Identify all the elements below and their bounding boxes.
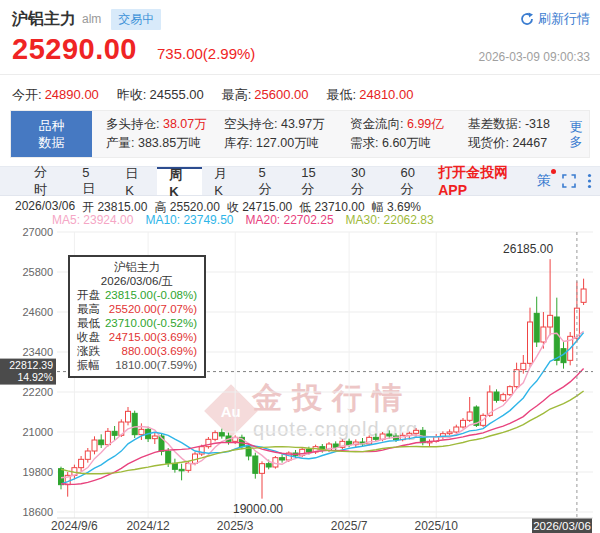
candle-body [494,392,499,400]
x-axis-label: 2024/9/6 [51,519,98,533]
quote-field-label: 最低: [327,87,357,102]
candle-body [99,440,104,445]
refresh-label: 刷新行情 [538,10,590,28]
x-axis-label: 2024/12 [126,519,170,533]
ma-legend-item: MA30: 22062.83 [346,213,434,227]
candle-body [92,440,97,451]
tab-week-k[interactable]: 周K [157,167,202,195]
quote-field: 昨收:24555.00 [117,86,204,104]
crosshair-date-label: 2026/03/06 [533,520,591,532]
candle-body [253,456,258,473]
candle-body [528,322,533,363]
candle-tooltip: 沪铝主力 2026/03/06/五 开盘23815.00(-0.08%)最高25… [68,255,206,378]
more-label-char: 多 [570,134,583,149]
tab-30min[interactable]: 30分 [339,167,389,195]
candle-body [132,413,137,434]
candle-body [541,327,546,342]
fullscreen-button[interactable] [562,174,576,188]
price-row: 25290.00 735.00(2.99%) 2026-03-09 09:00:… [12,33,590,66]
candle-body [521,363,526,369]
candle-body [387,434,392,436]
stat-value: 127.00万吨 [256,136,319,150]
candle-body [59,469,64,485]
variety-data-panel: 品种 数据 多头持仓: 38.07万空头持仓: 43.97万资金流向: 6.99… [10,110,590,158]
candle-body [414,430,419,433]
quote-field-value: 25600.00 [254,87,308,102]
tooltip-date: 2026/03/06/五 [77,274,197,288]
candle-body [85,451,90,459]
tab-5day[interactable]: 5日 [70,167,113,195]
candle-body [260,464,265,474]
tooltip-row-label: 开盘 [77,288,100,302]
stat-item: 基差数据: -318 [468,116,563,133]
stat-label: 产量: [106,136,138,150]
trading-status-badge: 交易中 [111,9,161,30]
futures-quote-page: 沪铝主力 alm 交易中 刷新行情 25290.00 735.00(2.99%)… [0,0,600,533]
tooltip-row: 收盘24715.00(3.69%) [77,330,197,344]
tooltip-row-value: 25520.00(7.07%) [109,302,197,316]
refresh-quotes-button[interactable]: 刷新行情 [520,10,590,28]
tooltip-row-label: 最低 [77,316,100,330]
tooltip-row-label: 振幅 [77,358,100,372]
stat-item: 产量: 383.85万吨 [106,135,224,152]
candle-body [554,317,559,360]
candle-body [219,433,224,436]
price-change: 735.00(2.99%) [157,45,255,62]
candle-body [347,441,352,444]
low-price-annotation: 19000.00 [233,502,283,516]
tab-time-share[interactable]: 分时 [22,167,70,195]
tooltip-row-value: 23710.00(-0.52%) [105,316,197,330]
tab-day-k[interactable]: 日K [113,167,157,195]
tab-5min[interactable]: 5分 [246,167,289,195]
stat-label: 空头持仓: [224,117,281,131]
y-axis-label: 24600 [22,306,53,318]
stat-value: 6.60万吨 [382,136,431,150]
tooltip-row: 振幅1810.00(7.59%) [77,358,197,372]
candle-body [514,370,519,387]
refresh-icon [520,12,534,26]
stat-label: 多头持仓: [106,117,163,131]
more-options-button[interactable] [587,173,592,189]
tooltip-row-label: 最高 [77,302,100,316]
quote-field-value: 24555.00 [149,87,203,102]
open-app-link[interactable]: 打开金投网APP [438,164,526,198]
x-axis-label: 2025/7 [331,519,368,533]
stat-item: 空头持仓: 43.97万 [224,116,350,133]
candle-body [467,412,472,420]
stat-value: 24467 [512,136,547,150]
x-axis-label: 2025/3 [217,519,254,533]
crosshair-price-label: 22812.39 [9,359,53,371]
candle-body [112,431,117,435]
stat-value: 43.97万 [281,117,325,131]
last-price: 25290.00 [12,33,137,66]
candle-body [507,387,512,395]
stat-item: 现货价: 24467 [468,135,563,152]
tab-15min[interactable]: 15分 [289,167,339,195]
tooltip-title: 沪铝主力 [77,260,197,274]
candle-body [534,313,539,342]
more-button[interactable]: 更多 [563,111,589,157]
stat-value: 383.85万吨 [138,136,201,150]
candle-body [501,395,506,401]
candle-body [581,289,586,302]
quote-field: 今开:24890.00 [12,86,99,104]
strategy-button[interactable]: 策 [537,172,551,190]
stat-label: 库存: [224,136,256,150]
tab-month-k[interactable]: 月K [202,167,246,195]
notification-dot [551,169,556,174]
ma-legend-item: MA20: 22702.25 [245,213,333,227]
quote-field-value: 24810.00 [359,87,413,102]
quote-field-label: 今开: [12,87,42,102]
y-axis-label: 21000 [22,426,53,438]
kebab-menu-icon [587,173,592,189]
stat-item: 库存: 127.00万吨 [224,135,350,152]
variety-data-label: 品种 数据 [11,111,92,157]
header-row: 沪铝主力 alm 交易中 刷新行情 [12,8,590,30]
variety-stats-grid: 多头持仓: 38.07万空头持仓: 43.97万资金流向: 6.99亿基差数据:… [92,111,563,157]
ma-legend-item: MA5: 23924.00 [52,213,133,227]
x-axis-label: 2025/10 [415,519,459,533]
high-price-annotation: 26185.00 [503,242,553,256]
tab-60min[interactable]: 60分 [389,167,439,195]
stat-label: 基差数据: [468,117,525,131]
candle-body [266,464,271,467]
